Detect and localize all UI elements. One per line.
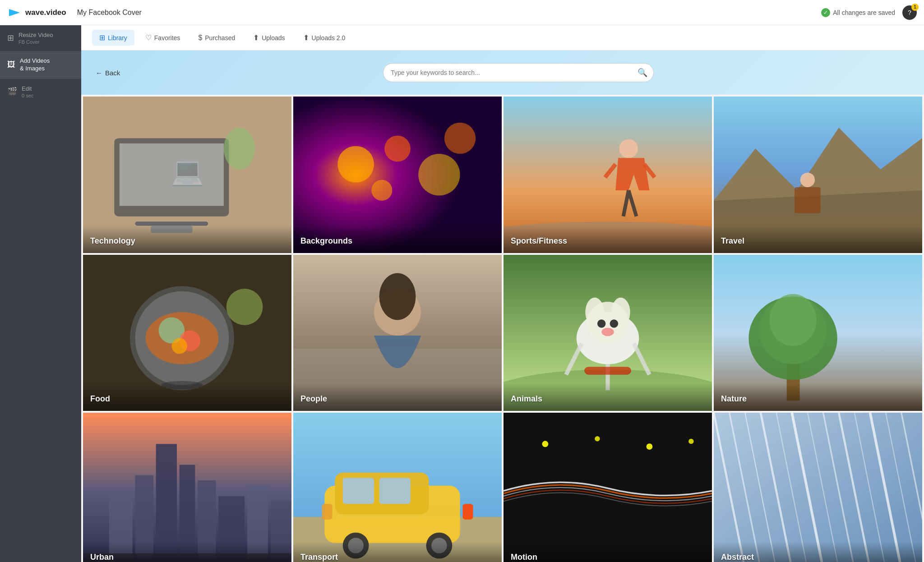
sidebar: ⊞ Resize Video FB Cover 🖼 Add Videos& Im… xyxy=(0,25,81,562)
card-label-nature: Nature xyxy=(714,383,922,411)
sidebar-item-edit[interactable]: 🎬 Edit 0 sec xyxy=(0,79,81,105)
back-arrow-icon: ← xyxy=(96,69,102,77)
project-title-input[interactable] xyxy=(77,9,822,17)
tab-favorites[interactable]: ♡ Favorites xyxy=(138,30,188,46)
search-input[interactable] xyxy=(383,63,654,82)
card-label-abstract: Abstract xyxy=(714,542,922,562)
tab-uploads-label: Uploads xyxy=(262,34,285,41)
category-card-animals[interactable]: Animals xyxy=(504,255,712,411)
search-wrapper: 🔍 xyxy=(383,63,654,82)
sidebar-item-resize-label: Resize Video xyxy=(18,32,53,39)
card-label-technology: Technology xyxy=(83,226,291,253)
category-grid: Technology Backgrounds xyxy=(81,95,924,562)
card-label-people: People xyxy=(293,383,502,411)
search-button[interactable]: 🔍 xyxy=(638,68,647,78)
tabs-bar: ⊞ Library ♡ Favorites $ Purchased ⬆ Uplo… xyxy=(81,25,924,51)
tab-library[interactable]: ⊞ Library xyxy=(92,30,134,46)
logo-text: wave.video xyxy=(25,8,66,17)
logo: wave.video xyxy=(7,5,66,20)
card-label-urban: Urban xyxy=(83,542,291,562)
main-layout: ⊞ Resize Video FB Cover 🖼 Add Videos& Im… xyxy=(0,25,924,562)
purchased-icon: $ xyxy=(198,34,202,42)
card-label-animals: Animals xyxy=(504,383,712,411)
sidebar-item-edit-sublabel: 0 sec xyxy=(22,93,33,98)
category-card-urban[interactable]: Urban xyxy=(83,413,291,562)
saved-status: ✓ All changes are saved xyxy=(821,8,895,17)
saved-status-text: All changes are saved xyxy=(833,9,895,16)
card-label-travel: Travel xyxy=(714,226,922,253)
search-icon: 🔍 xyxy=(638,68,647,77)
sidebar-item-add-videos-label: Add Videos& Images xyxy=(20,57,50,73)
sidebar-item-resize-sublabel: FB Cover xyxy=(18,39,53,45)
topbar-right: ✓ All changes are saved ? 1 xyxy=(821,5,917,20)
tab-uploads[interactable]: ⬆ Uploads xyxy=(246,30,292,46)
back-button[interactable]: ← Back xyxy=(96,69,120,77)
card-label-food: Food xyxy=(83,383,291,411)
favorites-icon: ♡ xyxy=(145,33,152,42)
tab-purchased[interactable]: $ Purchased xyxy=(191,30,242,46)
category-card-abstract[interactable]: Abstract xyxy=(714,413,922,562)
card-label-transport: Transport xyxy=(293,542,502,562)
saved-check-icon: ✓ xyxy=(821,8,830,17)
card-label-motion: Motion xyxy=(504,542,712,562)
uploads-icon: ⬆ xyxy=(253,33,259,42)
category-card-transport[interactable]: Transport xyxy=(293,413,502,562)
category-card-nature[interactable]: Nature xyxy=(714,255,922,411)
card-label-sports: Sports/Fitness xyxy=(504,226,712,253)
search-area: ← Back 🔍 xyxy=(81,51,924,95)
card-label-backgrounds: Backgrounds xyxy=(293,226,502,253)
tab-favorites-label: Favorites xyxy=(154,34,180,41)
category-card-sports[interactable]: Sports/Fitness xyxy=(504,97,712,253)
category-card-motion[interactable]: Motion xyxy=(504,413,712,562)
edit-icon: 🎬 xyxy=(7,87,17,97)
help-button[interactable]: ? 1 xyxy=(902,5,917,20)
tab-uploads2[interactable]: ⬆ Uploads 2.0 xyxy=(296,30,353,46)
tab-library-label: Library xyxy=(108,34,127,41)
category-card-backgrounds[interactable]: Backgrounds xyxy=(293,97,502,253)
category-card-travel[interactable]: Travel xyxy=(714,97,922,253)
back-label: Back xyxy=(105,69,120,77)
topbar: wave.video ✓ All changes are saved ? 1 xyxy=(0,0,924,25)
add-videos-icon: 🖼 xyxy=(7,60,15,69)
library-icon: ⊞ xyxy=(99,33,105,42)
sidebar-item-resize[interactable]: ⊞ Resize Video FB Cover xyxy=(0,25,81,51)
uploads2-icon: ⬆ xyxy=(303,33,309,42)
category-card-people[interactable]: People xyxy=(293,255,502,411)
tab-purchased-label: Purchased xyxy=(205,34,235,41)
sidebar-item-add-videos[interactable]: 🖼 Add Videos& Images xyxy=(0,51,81,79)
svg-marker-0 xyxy=(9,9,20,16)
resize-icon: ⊞ xyxy=(7,33,14,43)
sidebar-item-edit-label: Edit xyxy=(22,85,33,93)
category-card-food[interactable]: Food xyxy=(83,255,291,411)
tab-uploads2-label: Uploads 2.0 xyxy=(312,34,346,41)
content-area: ⊞ Library ♡ Favorites $ Purchased ⬆ Uplo… xyxy=(81,25,924,562)
logo-icon xyxy=(7,5,22,20)
help-badge: 1 xyxy=(911,4,919,11)
category-card-technology[interactable]: Technology xyxy=(83,97,291,253)
